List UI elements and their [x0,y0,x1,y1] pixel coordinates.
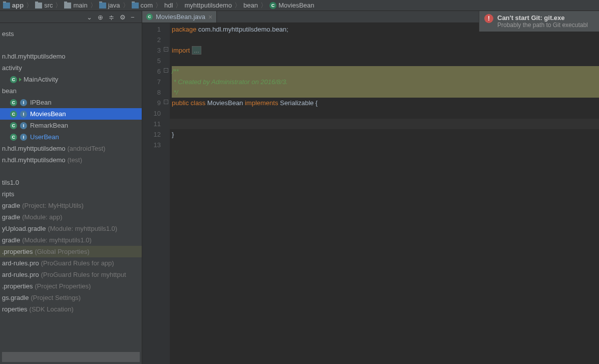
tree-moviesbean[interactable]: CIMoviesBean [0,108,142,120]
tree-gradle-app[interactable]: gradle(Module: app) [0,211,142,223]
project-tree: ests n.hdl.myhttputilsdemo activity CMai… [0,23,142,352]
interface-icon: I [20,122,27,129]
chevron-right-icon: 〉 [155,1,162,10]
tree-androidtest[interactable]: n.hdl.myhttputilsdemo(androidTest) [0,143,142,154]
tree-test[interactable]: n.hdl.myhttputilsdemo(test) [0,154,142,166]
tree-global-properties[interactable]: .properties(Global Properties) [0,246,142,257]
interface-icon: I [20,111,27,118]
class-icon: C [10,134,17,141]
editor-area: C MoviesBean.java × 1 2 3 5 6 7 8 9 10 1… [142,11,599,364]
class-icon: C [146,14,153,20]
folded-imports[interactable]: ... [192,46,201,55]
interface-icon: I [20,99,27,106]
chevron-right-icon: 〉 [234,1,241,10]
class-icon: C [10,99,17,106]
notification-message: Probably the path to Git executabl [497,22,588,29]
tree-sdk-properties[interactable]: roperties(SDK Location) [0,303,142,315]
module-icon [3,3,10,9]
chevron-right-icon: 〉 [26,1,33,10]
chevron-down-icon[interactable]: ⌄ [87,14,94,21]
tree-scripts[interactable]: ripts [0,188,142,200]
tree-tils[interactable]: tils1.0 [0,177,142,188]
class-icon: C [269,2,276,9]
tab-moviesbean[interactable]: C MoviesBean.java × [142,11,217,23]
notification-title: Can't start Git: git.exe [497,14,588,22]
tree-settings-gradle[interactable]: gs.gradle(Project Settings) [0,292,142,303]
tree-userbean[interactable]: CIUserBean [0,131,142,143]
tree-activity[interactable]: activity [0,62,142,74]
chevron-right-icon: 〉 [123,1,129,10]
chevron-right-icon: 〉 [90,1,97,10]
tab-label: MoviesBean.java [156,13,205,21]
breadcrumb-bar: app 〉 src 〉 main 〉 java 〉 com 〉 hdl 〉 my… [0,0,599,11]
breadcrumb-src[interactable]: src [34,2,54,9]
tree-proguard-app[interactable]: ard-rules.pro(ProGuard Rules for app) [0,257,142,269]
chevron-right-icon: 〉 [260,1,267,10]
fold-icon[interactable]: − [164,68,168,73]
folder-icon [35,3,42,9]
tree-tests[interactable]: ests [0,28,142,40]
target-icon[interactable]: ⊕ [98,14,105,21]
run-icon [19,78,22,82]
tree-ipbean[interactable]: CIIPBean [0,97,142,108]
package-icon [132,3,139,9]
fold-icon[interactable]: − [164,100,168,104]
tree-remarkbean[interactable]: CIRemarkBean [0,120,142,131]
chevron-right-icon: 〉 [175,1,182,10]
breadcrumb-com[interactable]: com [131,2,154,9]
tree-proguard-module[interactable]: ard-rules.pro(ProGuard Rules for myhttpu… [0,269,142,280]
class-icon: C [10,122,17,129]
gear-icon[interactable]: ⚙ [120,14,127,21]
tree-upload-gradle[interactable]: yUpload.gradle(Module: myhttputils1.0) [0,223,142,234]
git-error-notification[interactable]: ! Can't start Git: git.exe Probably the … [479,11,599,32]
tree-project-properties[interactable]: .properties(Project Properties) [0,280,142,292]
class-icon: C [10,76,17,83]
package-icon [99,3,106,9]
collapse-icon[interactable]: ≑ [109,14,116,21]
breadcrumb-demo[interactable]: myhttputilsdemo [183,2,233,9]
breadcrumb-bean[interactable]: bean [242,2,259,9]
tree-gradle-module[interactable]: gradle(Module: myhttputils1.0) [0,234,142,246]
interface-icon: I [20,134,27,141]
current-line-highlight [170,119,599,129]
project-sidebar: ⌄ ⊕ ≑ ⚙ − ests n.hdl.myhttputilsdemo act… [0,11,142,364]
hide-icon[interactable]: − [131,14,138,21]
tree-gradle-project[interactable]: gradle(Project: MyHttpUtils) [0,200,142,211]
tree-mainactivity[interactable]: CMainActivity [0,74,142,85]
chevron-right-icon: 〉 [55,1,62,10]
breadcrumb-app[interactable]: app [2,2,25,9]
class-icon: C [10,111,17,118]
code-content[interactable]: package com.hdl.myhttputilsdemo.bean; im… [170,23,599,364]
fold-icon[interactable]: + [164,47,168,52]
breadcrumb-moviesbean[interactable]: CMoviesBean [268,2,316,9]
error-icon: ! [484,14,493,23]
breadcrumb-main[interactable]: main [63,2,88,9]
close-icon[interactable]: × [208,13,212,21]
breadcrumb-java[interactable]: java [98,2,121,9]
code-editor[interactable]: 1 2 3 5 6 7 8 9 10 11 12 13 + − − packag… [142,23,599,364]
tree-bean[interactable]: bean [0,85,142,97]
tree-package[interactable]: n.hdl.myhttputilsdemo [0,51,142,62]
folder-icon [64,3,71,9]
breadcrumb-hdl[interactable]: hdl [163,2,174,9]
line-gutter: 1 2 3 5 6 7 8 9 10 11 12 13 + − − [142,23,170,364]
sidebar-footer [2,352,140,362]
sidebar-toolbar: ⌄ ⊕ ≑ ⚙ − [0,11,142,23]
